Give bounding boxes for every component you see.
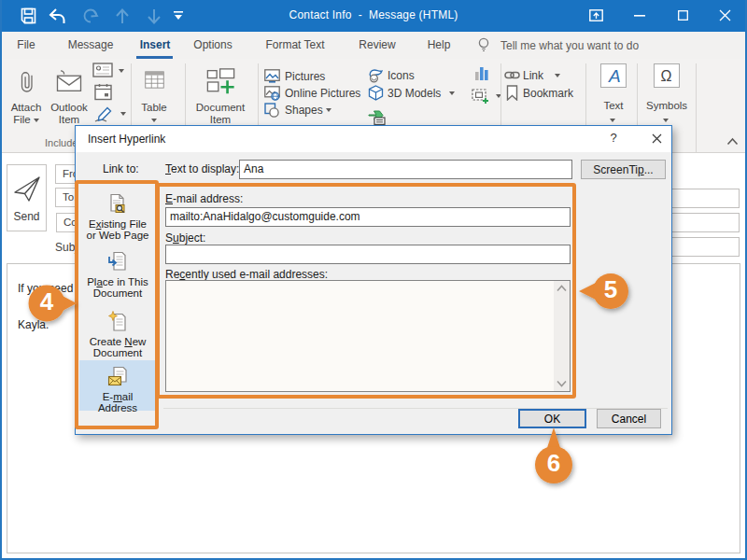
icons-label: Icons — [388, 69, 415, 82]
window-border-left — [0, 0, 2, 560]
document-item-label: Document — [192, 102, 248, 114]
3d-cube-icon — [368, 85, 384, 101]
chevron-down-icon — [663, 119, 669, 122]
text-button[interactable]: A Text — [596, 62, 631, 129]
recently-used-label: Recently used e-mail addresses: — [165, 268, 328, 281]
bookmark-button[interactable]: Bookmark — [505, 85, 580, 102]
link-label: Link — [523, 69, 543, 82]
table-button[interactable]: Table — [134, 62, 174, 127]
tab-message[interactable]: Message — [68, 38, 114, 51]
3d-models-button[interactable]: 3D Models — [368, 85, 461, 102]
screentip-button[interactable]: ScreenTip... — [581, 160, 666, 179]
chevron-down-icon — [151, 119, 157, 122]
smartart-button[interactable] — [368, 109, 388, 125]
tell-me-box[interactable]: Tell me what you want to do — [500, 39, 639, 52]
recently-used-listbox[interactable] — [165, 280, 571, 392]
document-item-button[interactable]: Document Item — [192, 62, 248, 127]
svg-text:Ω: Ω — [661, 68, 672, 84]
body-text-line: Kayla. — [18, 318, 49, 331]
bookmark-label: Bookmark — [523, 87, 573, 100]
signature-button[interactable] — [94, 105, 126, 124]
ribbon-separator — [696, 63, 697, 152]
signature-pen-icon — [94, 105, 113, 123]
symbols-label: Symbols — [646, 100, 687, 112]
tab-format-text[interactable]: Format Text — [265, 38, 324, 51]
sidebar-item-create-new-document[interactable]: Create New Document — [80, 311, 155, 358]
email-address-input[interactable]: mailto:AnaHidalgo@customguide.com — [165, 207, 571, 227]
tab-options[interactable]: Options — [193, 38, 232, 51]
calendar-button[interactable] — [94, 83, 115, 102]
table-icon — [145, 71, 164, 89]
shapes-button[interactable]: Shapes — [264, 103, 339, 119]
shapes-icon — [264, 103, 280, 118]
sidebar-item-existing-file[interactable]: Existing File or Web Page — [80, 193, 155, 241]
online-pictures-button[interactable]: Online Pictures — [264, 86, 376, 102]
text-to-display-label: Text to display: — [165, 162, 239, 175]
ribbon-display-options-icon[interactable] — [589, 9, 603, 21]
existing-file-icon — [107, 193, 129, 215]
icons-icon — [368, 68, 384, 83]
text-box-icon: A — [600, 63, 627, 88]
lightbulb-icon — [477, 37, 490, 53]
tab-file[interactable]: File — [17, 38, 35, 51]
online-pictures-icon — [264, 86, 280, 101]
send-label: Send — [7, 210, 46, 223]
dialog-close-icon[interactable] — [645, 131, 668, 147]
link-button[interactable]: Link — [504, 68, 562, 84]
subject-input[interactable] — [165, 245, 571, 264]
maximize-button[interactable] — [678, 10, 688, 21]
attach-file-button[interactable]: Attach File — [6, 62, 47, 123]
chart-button[interactable] — [474, 65, 490, 81]
svg-text:A: A — [608, 66, 621, 85]
omega-icon: Ω — [654, 63, 680, 88]
subject-field-label: Subject: — [165, 231, 205, 245]
tab-help[interactable]: Help — [428, 38, 451, 51]
text-label: Text — [596, 100, 631, 112]
pictures-button[interactable]: Pictures — [264, 69, 362, 85]
scroll-down-icon[interactable] — [557, 380, 567, 387]
icons-button[interactable]: Icons — [368, 68, 424, 84]
close-button[interactable] — [719, 9, 731, 21]
place-in-document-icon — [107, 251, 129, 273]
document-item-icon — [205, 68, 236, 96]
minimize-button[interactable] — [634, 15, 645, 17]
tab-review[interactable]: Review — [359, 38, 395, 51]
dialog-titlebar: Insert Hyperlink — [76, 126, 671, 152]
cancel-button[interactable]: Cancel — [597, 409, 661, 428]
tab-insert[interactable]: Insert — [140, 38, 171, 51]
dialog-help-icon[interactable]: ? — [604, 131, 623, 147]
sidebar-item-place-in-document[interactable]: Place in This Document — [80, 251, 155, 299]
email-address-icon — [107, 366, 129, 387]
shapes-label: Shapes — [285, 104, 323, 117]
3d-models-label: 3D Models — [388, 87, 441, 100]
listbox-scrollbar[interactable] — [554, 281, 570, 391]
collapse-ribbon-icon[interactable] — [726, 137, 739, 146]
screenshot-icon — [472, 88, 490, 105]
link-icon — [504, 68, 520, 82]
dialog-footer-divider — [163, 408, 668, 409]
sidebar-item-email-address[interactable]: E-mail Address — [80, 366, 155, 413]
titlebar: Contact Info - Message (HTML) — [0, 0, 747, 32]
attach-file-label: Attach — [6, 102, 47, 114]
chevron-down-icon — [119, 69, 124, 73]
ok-button[interactable]: OK — [518, 409, 586, 428]
callout-5: 5 — [604, 275, 617, 304]
symbols-button[interactable]: Ω Symbols — [646, 62, 687, 127]
attach-file-label2: File — [13, 114, 31, 125]
text-to-display-input[interactable]: Ana — [239, 160, 572, 179]
send-button[interactable]: Send — [7, 164, 47, 231]
create-new-document-icon — [107, 311, 129, 332]
outlook-item-label: Outlook — [49, 102, 90, 114]
scroll-up-icon[interactable] — [557, 285, 567, 292]
business-card-button[interactable] — [92, 63, 124, 81]
chevron-down-icon — [610, 119, 615, 122]
include-group-label: Include — [45, 137, 78, 148]
paperclip-icon — [18, 67, 37, 96]
link-to-label: Link to: — [103, 162, 139, 175]
pictures-label: Pictures — [285, 70, 325, 83]
screenshot-button[interactable] — [472, 88, 501, 105]
chevron-down-icon — [555, 74, 560, 77]
outlook-item-button[interactable]: Outlook Item — [49, 62, 90, 123]
chevron-down-icon — [34, 119, 39, 122]
chevron-down-icon — [326, 108, 331, 112]
